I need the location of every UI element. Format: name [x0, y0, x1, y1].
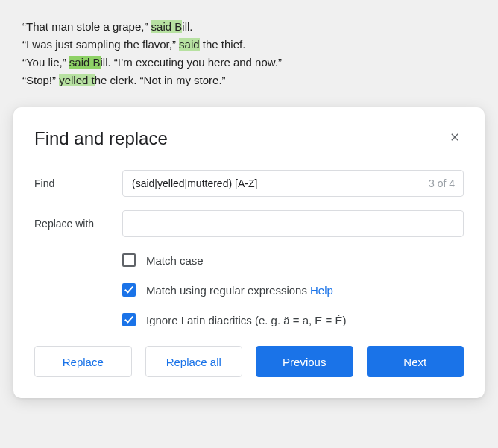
search-highlight: yelled t	[59, 74, 95, 86]
close-button[interactable]	[446, 128, 464, 146]
regex-label: Match using regular expressions	[146, 284, 307, 297]
close-icon	[449, 131, 461, 143]
diacritics-label: Ignore Latin diacritics (e. g. ä = a, E …	[146, 314, 346, 326]
dialog-title: Find and replace	[34, 128, 168, 149]
search-highlight: said B	[151, 20, 183, 33]
match-case-label: Match case	[146, 254, 204, 267]
text-line: “You lie,” said Bill. “I’m executing you…	[22, 54, 476, 72]
text-line: “I was just sampling the flavor,” said t…	[22, 36, 476, 54]
match-count: 3 of 4	[429, 177, 455, 189]
text-line: “That man stole a grape,” said Bill.	[22, 18, 476, 36]
replace-all-button[interactable]: Replace all	[145, 346, 243, 377]
replace-input[interactable]	[122, 210, 464, 237]
search-highlight: said	[179, 38, 200, 51]
replace-button[interactable]: Replace	[34, 346, 132, 377]
text-line: “Stop!” yelled the clerk. “Not in my sto…	[22, 72, 476, 89]
document-body: “That man stole a grape,” said Bill. “I …	[0, 0, 498, 97]
search-highlight-current: said B	[69, 56, 101, 69]
find-replace-dialog: Find and replace Find 3 of 4 Replace wit…	[13, 107, 485, 398]
regex-checkbox[interactable]	[122, 283, 136, 297]
regex-help-link[interactable]: Help	[310, 284, 333, 297]
replace-label: Replace with	[34, 218, 122, 230]
match-case-checkbox[interactable]	[122, 253, 136, 267]
find-label: Find	[34, 177, 122, 189]
previous-button[interactable]: Previous	[256, 346, 353, 377]
next-button[interactable]: Next	[367, 346, 464, 377]
diacritics-checkbox[interactable]	[122, 313, 136, 326]
find-input[interactable]	[122, 170, 464, 197]
